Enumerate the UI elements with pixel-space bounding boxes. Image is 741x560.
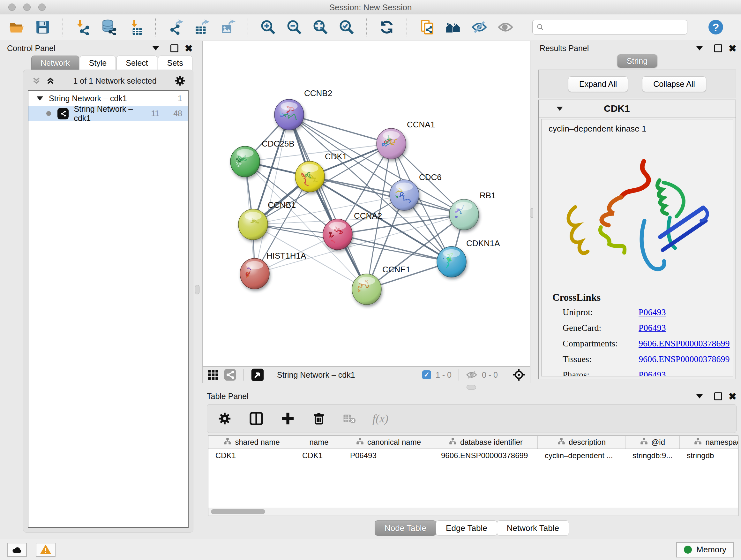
network-node-rb1[interactable] — [449, 199, 479, 230]
network-view-icon[interactable] — [224, 368, 237, 381]
cloud-status-button[interactable] — [7, 543, 27, 557]
close-panel-icon[interactable]: ✖ — [729, 391, 737, 402]
table-cell[interactable]: CDK1 — [295, 451, 343, 460]
column-header-label: description — [569, 438, 606, 447]
column-header-description[interactable]: description — [538, 436, 625, 449]
float-panel-icon[interactable] — [714, 44, 722, 52]
network-canvas[interactable]: CCNB2CCNA1CDC25BCDK1CDC6RB1CCNB1CCNA2CDK… — [202, 41, 530, 367]
table-cell[interactable]: stringdb — [680, 451, 738, 460]
table-cell[interactable]: P06493 — [343, 451, 434, 460]
export-network-button[interactable] — [167, 19, 184, 36]
close-panel-icon[interactable]: ✖ — [185, 43, 193, 54]
grid-view-icon[interactable] — [207, 369, 219, 381]
table-cell[interactable]: cyclin–dependent ... — [538, 451, 625, 460]
crosslink-label: Uniprot: — [562, 307, 638, 317]
column-header-database-identifier[interactable]: database identifier — [434, 436, 538, 449]
help-button[interactable]: ? — [708, 19, 724, 35]
panel-menu-icon[interactable] — [152, 46, 159, 51]
collapse-all-icon[interactable] — [31, 75, 42, 86]
float-panel-icon[interactable] — [171, 44, 179, 52]
tab-node-table[interactable]: Node Table — [375, 520, 436, 536]
tab-network-table[interactable]: Network Table — [497, 520, 569, 536]
tab-string[interactable]: String — [617, 54, 657, 68]
zoom-in-button[interactable] — [260, 19, 276, 36]
tab-style[interactable]: Style — [80, 56, 116, 70]
column-header-namespace[interactable]: namespace — [680, 436, 738, 449]
network-node-ccne1[interactable] — [352, 274, 381, 305]
column-header-canonical-name[interactable]: canonical name — [343, 436, 434, 449]
string-network-graph[interactable]: CCNB2CCNA1CDC25BCDK1CDC6RB1CCNB1CCNA2CDK… — [203, 41, 530, 366]
section-expand-icon[interactable] — [556, 107, 563, 111]
crosslink-link[interactable]: 9606.ENSP00000378699 — [638, 338, 730, 349]
column-header-shared-name[interactable]: shared name — [208, 436, 295, 449]
control-panel-tabs: Network Style Select Sets — [31, 56, 193, 70]
hide-selection-button[interactable] — [471, 19, 488, 36]
gene-section-header[interactable]: CDK1 — [539, 100, 736, 118]
export-image-button[interactable] — [219, 19, 236, 36]
export-table-button[interactable] — [193, 19, 210, 36]
zoom-fit-button[interactable] — [312, 19, 329, 36]
tab-select[interactable]: Select — [117, 56, 157, 70]
expand-all-icon[interactable] — [45, 75, 56, 86]
network-node-ccna1[interactable] — [377, 128, 406, 159]
collection-expand-icon[interactable] — [37, 97, 43, 101]
show-columns-icon[interactable] — [249, 411, 264, 426]
expand-all-button[interactable]: Expand All — [568, 76, 628, 92]
left-splitter-grip[interactable] — [195, 285, 199, 294]
network-node-ccnb2[interactable] — [271, 99, 304, 130]
crosslink-link[interactable]: P06493 — [638, 370, 666, 376]
group-nodes-button[interactable] — [445, 19, 461, 36]
zoom-out-button[interactable] — [286, 19, 302, 36]
tab-edge-table[interactable]: Edge Table — [436, 520, 497, 536]
warnings-button[interactable] — [36, 543, 56, 557]
float-panel-icon[interactable] — [714, 392, 722, 400]
horizontal-scrollbar[interactable] — [208, 508, 738, 516]
new-network-from-selection-button[interactable] — [419, 19, 435, 36]
apply-layout-button[interactable] — [379, 19, 395, 36]
table-row[interactable]: CDK1CDK1P064939606.ENSP00000378699cyclin… — [208, 449, 738, 462]
table-options-gear-icon[interactable] — [217, 411, 232, 426]
panel-menu-icon[interactable] — [696, 46, 703, 51]
memory-button[interactable]: Memory — [676, 542, 734, 557]
column-header-label: name — [309, 438, 328, 447]
network-node-hist1h1a[interactable] — [240, 258, 269, 289]
crosslink-link[interactable]: 9606.ENSP00000378699 — [638, 354, 730, 364]
import-network-file-button[interactable] — [75, 19, 91, 36]
tab-network[interactable]: Network — [31, 56, 79, 70]
collapse-all-button[interactable]: Collapse All — [642, 76, 706, 92]
window-title: Session: New Session — [0, 3, 741, 12]
network-options-gear-icon[interactable] — [174, 75, 186, 87]
show-all-button[interactable] — [497, 19, 514, 36]
crosslink-link[interactable]: P06493 — [638, 307, 666, 317]
network-node-cdc25b[interactable] — [228, 146, 260, 177]
results-panel: Results Panel ✖ String Expand All Collap… — [533, 40, 741, 388]
crosslink-link[interactable]: P06493 — [638, 323, 666, 333]
network-node-ccna2[interactable] — [323, 219, 352, 250]
delete-column-trash-icon[interactable] — [312, 412, 326, 426]
bottom-splitter-grip[interactable] — [467, 385, 476, 389]
column-header-name[interactable]: name — [295, 436, 343, 449]
birds-eye-view-icon[interactable] — [251, 368, 264, 381]
scrollbar-thumb[interactable] — [211, 509, 265, 514]
fit-content-crosshair-icon[interactable] — [512, 368, 526, 381]
selected-items-checkbox[interactable]: ✓ — [422, 370, 431, 379]
table-cell[interactable]: CDK1 — [208, 451, 295, 460]
open-session-button[interactable] — [8, 19, 25, 36]
network-collection-row[interactable]: String Network – cdk1 1 — [28, 91, 188, 106]
close-panel-icon[interactable]: ✖ — [729, 43, 737, 54]
create-column-plus-icon[interactable] — [280, 411, 295, 426]
save-session-button[interactable] — [35, 19, 51, 36]
import-network-database-button[interactable] — [101, 19, 118, 36]
network-node-ccnb1[interactable] — [239, 209, 268, 240]
table-cell[interactable]: stringdb:9... — [625, 451, 680, 460]
import-table-button[interactable] — [127, 19, 144, 36]
toolbar-separator — [155, 18, 156, 37]
panel-menu-icon[interactable] — [696, 394, 703, 398]
status-bar: Memory — [0, 539, 741, 560]
column-header--id[interactable]: @id — [625, 436, 680, 449]
table-cell[interactable]: 9606.ENSP00000378699 — [434, 451, 538, 460]
zoom-selected-button[interactable] — [338, 19, 355, 36]
network-row[interactable]: String Network – cdk1 11 48 — [28, 106, 188, 121]
search-input[interactable] — [547, 22, 683, 32]
tab-sets[interactable]: Sets — [158, 56, 192, 70]
